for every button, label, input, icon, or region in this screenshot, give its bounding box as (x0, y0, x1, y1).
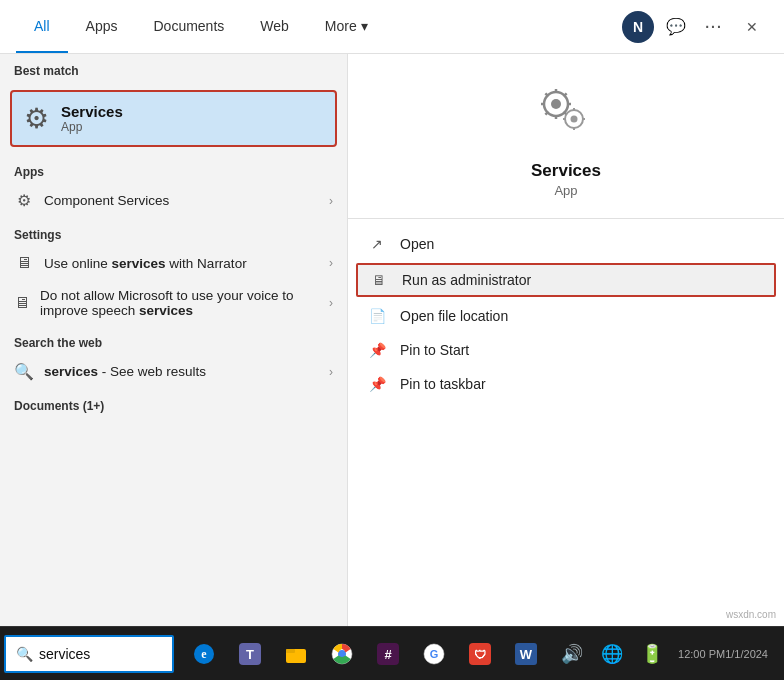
list-item-component-services[interactable]: ⚙ Component Services › (0, 183, 347, 218)
top-actions: N 💬 ··· ✕ (622, 11, 768, 43)
more-button[interactable]: ··· (698, 11, 730, 43)
best-match-text: Services App (61, 103, 123, 134)
tab-web[interactable]: Web (242, 0, 307, 53)
taskbar-teams[interactable]: T (228, 632, 272, 676)
watermark: wsxdn.com (726, 609, 776, 620)
tab-more[interactable]: More ▾ (307, 0, 386, 53)
context-open[interactable]: ↗ Open (348, 227, 784, 261)
pin-taskbar-icon: 📌 (368, 376, 386, 392)
web-label: Search the web (0, 326, 347, 354)
taskbar-search-icon: 🔍 (16, 646, 33, 662)
taskbar-clock: 12:00 PM 1/1/2024 (674, 636, 772, 672)
best-match-item[interactable]: ⚙ Services App (10, 90, 337, 147)
context-pin-taskbar[interactable]: 📌 Pin to taskbar (348, 367, 784, 401)
chevron-right-icon2: › (329, 256, 333, 270)
list-item-narrator-services[interactable]: 🖥 Use online services with Narrator › (0, 246, 347, 280)
svg-text:#: # (384, 647, 392, 662)
docs-label: Documents (1+) (0, 389, 347, 417)
feedback-icon: 💬 (666, 17, 686, 36)
list-item-web-search[interactable]: 🔍 services - See web results › (0, 354, 347, 389)
svg-text:T: T (246, 647, 254, 662)
taskbar-google[interactable]: G (412, 632, 456, 676)
taskbar-network[interactable]: 🌐 (594, 636, 630, 672)
best-match-type: App (61, 120, 123, 134)
taskbar-antivirus[interactable]: 🛡 (458, 632, 502, 676)
file-location-icon: 📄 (368, 308, 386, 324)
services-app-icon: ⚙ (24, 102, 49, 135)
taskbar: 🔍 services e T # (0, 626, 784, 680)
left-panel: Best match ⚙ Services App Apps ⚙ Compone… (0, 54, 348, 680)
tab-apps[interactable]: Apps (68, 0, 136, 53)
pin-start-icon: 📌 (368, 342, 386, 358)
tab-documents[interactable]: Documents (135, 0, 242, 53)
taskbar-search-text: services (39, 646, 90, 662)
context-pin-start[interactable]: 📌 Pin to Start (348, 333, 784, 367)
taskbar-explorer[interactable] (274, 632, 318, 676)
chevron-right-icon4: › (329, 365, 333, 379)
svg-text:e: e (201, 647, 207, 661)
main-container: Best match ⚙ Services App Apps ⚙ Compone… (0, 54, 784, 680)
right-panel: Services App ↗ Open 🖥 Run as administrat… (348, 54, 784, 680)
app-type: App (554, 183, 577, 198)
context-file-location-label: Open file location (400, 308, 508, 324)
run-admin-icon: 🖥 (370, 272, 388, 288)
taskbar-word[interactable]: W (504, 632, 548, 676)
taskbar-right: 🔊 🌐 🔋 12:00 PM 1/1/2024 (554, 636, 780, 672)
svg-text:G: G (430, 648, 439, 660)
context-open-file-location[interactable]: 📄 Open file location (348, 299, 784, 333)
app-large-icon (536, 84, 596, 151)
chevron-right-icon3: › (329, 296, 333, 310)
component-services-label: Component Services (44, 193, 169, 208)
list-item-microsoft-services[interactable]: 🖥 Do not allow Microsoft to use your voi… (0, 280, 347, 326)
narrator-icon: 🖥 (14, 254, 34, 272)
top-tabs: All Apps Documents Web More ▾ (16, 0, 386, 53)
svg-rect-21 (286, 649, 295, 653)
context-run-admin-label: Run as administrator (402, 272, 531, 288)
taskbar-chrome[interactable] (320, 632, 364, 676)
feedback-button[interactable]: 💬 (660, 11, 692, 43)
chevron-right-icon: › (329, 194, 333, 208)
web-search-label: services - See web results (44, 364, 206, 379)
open-icon: ↗ (368, 236, 386, 252)
apps-label: Apps (0, 155, 347, 183)
microsoft-icon: 🖥 (14, 294, 30, 312)
taskbar-battery[interactable]: 🔋 (634, 636, 670, 672)
taskbar-edge[interactable]: e (182, 632, 226, 676)
svg-text:🛡: 🛡 (474, 648, 486, 662)
avatar-button[interactable]: N (622, 11, 654, 43)
svg-text:W: W (520, 647, 533, 662)
svg-point-11 (571, 116, 578, 123)
context-pin-taskbar-label: Pin to taskbar (400, 376, 486, 392)
taskbar-search-box[interactable]: 🔍 services (4, 635, 174, 673)
app-preview: Services App (348, 54, 784, 219)
close-icon: ✕ (746, 19, 758, 35)
context-open-label: Open (400, 236, 434, 252)
context-pin-start-label: Pin to Start (400, 342, 469, 358)
best-match-name: Services (61, 103, 123, 120)
taskbar-items: e T # G 🛡 (182, 632, 548, 676)
best-match-label: Best match (0, 54, 347, 82)
microsoft-label: Do not allow Microsoft to use your voice… (40, 288, 317, 318)
svg-point-1 (551, 99, 561, 109)
component-services-icon: ⚙ (14, 191, 34, 210)
narrator-label: Use online services with Narrator (44, 256, 247, 271)
close-button[interactable]: ✕ (736, 11, 768, 43)
settings-label: Settings (0, 218, 347, 246)
taskbar-slack[interactable]: # (366, 632, 410, 676)
more-icon: ··· (705, 19, 723, 35)
top-bar: All Apps Documents Web More ▾ N 💬 ··· ✕ (0, 0, 784, 54)
tab-all[interactable]: All (16, 0, 68, 53)
context-run-admin[interactable]: 🖥 Run as administrator (356, 263, 776, 297)
app-name: Services (531, 161, 601, 181)
web-search-icon: 🔍 (14, 362, 34, 381)
taskbar-volume[interactable]: 🔊 (554, 636, 590, 672)
context-menu: ↗ Open 🖥 Run as administrator 📄 Open fil… (348, 219, 784, 409)
